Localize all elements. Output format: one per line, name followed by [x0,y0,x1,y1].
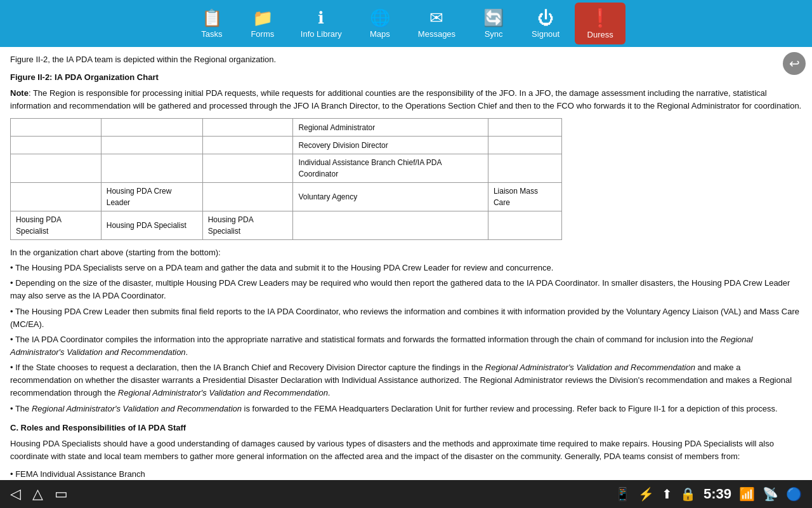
note-paragraph: Note: The Region is responsible for proc… [10,87,802,112]
signal-icon: 📡 [763,486,778,502]
maps-icon: 🌐 [370,8,390,28]
org-table-cell [101,137,202,154]
nav-maps[interactable]: 🌐 Maps [355,3,405,44]
note-label: Note [10,88,29,98]
org-table-cell [11,183,102,211]
content-area[interactable]: Figure II-2, the IA PDA team is depicted… [0,47,812,480]
sync-label: Sync [485,29,503,39]
org-table-cell [293,211,488,240]
main-content: Figure II-2, the IA PDA team is depicted… [0,47,812,480]
nav-signout[interactable]: ⏻ Signout [519,3,572,44]
nav-sync[interactable]: 🔄 Sync [468,3,519,44]
signout-label: Signout [532,29,560,39]
sync-icon: 🔄 [483,8,504,28]
org-table-cell: Housing PDA Specialist [101,211,202,240]
intro-paragraph: Figure II-2, the IA PDA team is depicted… [10,55,276,64]
messages-label: Messages [418,29,455,39]
forms-icon: 📁 [252,8,273,28]
bullet-item: • FEMA Individual Assistance Branch [10,468,802,480]
duress-label: Duress [587,30,613,39]
org-table-cell [202,154,293,183]
signout-icon: ⏻ [537,8,554,28]
org-chart-table: Regional AdministratorRecovery Division … [10,118,562,240]
device-icon: 📱 [615,486,631,502]
nav-forms[interactable]: 📁 Forms [237,3,288,44]
org-table-cell [11,137,102,154]
org-description-paragraph: • If the State chooses to request a decl… [10,361,802,399]
lock-icon: 🔒 [680,486,696,502]
status-nav-buttons: ◁ △ ▭ [10,486,68,502]
org-table-cell [488,119,561,137]
org-table-cell [101,119,202,137]
back-nav-button[interactable]: ◁ [10,486,21,502]
note-body: : The Region is responsible for processi… [10,88,801,110]
section-c-heading: C. Roles and Responsibilities of IA PDA … [10,422,802,434]
info-icon: ℹ [318,8,324,28]
section-c-intro: Housing PDA Specialists should have a go… [10,438,802,463]
intro-text: Figure II-2, the IA PDA team is depicted… [10,53,802,66]
org-table-cell: Liaison Mass Care [488,183,561,211]
org-table-cell: Voluntary Agency [293,183,488,211]
org-description-paragraph: • The Housing PDA Crew Leader then submi… [10,305,802,331]
forms-label: Forms [251,29,274,39]
org-table-cell [11,154,102,183]
org-description-paragraph: • The Regional Administrator's Validatio… [10,403,802,415]
figure-heading: Figure II-2: IA PDA Organization Chart [10,71,802,84]
org-description-paragraph: • The Housing PDA Specialists serve on a… [10,262,802,274]
nav-messages[interactable]: ✉ Messages [405,3,468,44]
back-button[interactable]: ↩ [783,52,806,75]
status-indicators: 📱 ⚡ ⬆ 🔒 5:39 📶 📡 🔵 [615,486,802,502]
org-table-cell [202,119,293,137]
maps-label: Maps [370,29,390,39]
time-display: 5:39 [704,486,731,502]
org-table-cell: Housing PDA Crew Leader [101,183,202,211]
messages-icon: ✉ [429,8,443,28]
home-nav-button[interactable]: △ [32,486,43,502]
bullet-list: • FEMA Individual Assistance Branch• Sta… [10,468,802,480]
org-table-cell [202,137,293,154]
org-table-cell: Housing PDA Specialist [202,211,293,240]
org-description-paragraph: • Depending on the size of the disaster,… [10,277,802,302]
nav-tasks[interactable]: 📋 Tasks [187,3,237,44]
nav-info-library[interactable]: ℹ Info Library [288,3,355,44]
recent-nav-button[interactable]: ▭ [55,486,68,502]
org-table-cell [488,154,561,183]
nav-bar: 📋 Tasks 📁 Forms ℹ Info Library 🌐 Maps ✉ … [0,0,812,47]
org-table-cell [101,154,202,183]
upload-icon: ⬆ [662,486,672,502]
org-table-cell [202,183,293,211]
org-table-cell [11,119,102,137]
bluetooth-icon: 🔵 [786,486,802,502]
org-table-cell: Housing PDA Specialist [11,211,102,240]
tasks-label: Tasks [201,29,222,39]
tasks-icon: 📋 [202,8,222,28]
org-table-cell: Regional Administrator [293,119,488,137]
nav-items: 📋 Tasks 📁 Forms ℹ Info Library 🌐 Maps ✉ … [187,3,625,44]
org-description: In the organization chart above (startin… [10,246,802,415]
duress-icon: ❗ [589,8,612,29]
org-table-cell: Recovery Division Director [293,137,488,154]
org-table-cell: Individual Assistance Branch Chief/IA PD… [293,154,488,183]
back-arrow-icon: ↩ [789,56,800,71]
org-description-paragraph: In the organization chart above (startin… [10,246,802,259]
nav-duress[interactable]: ❗ Duress [575,3,625,44]
info-library-label: Info Library [301,29,342,39]
usb-icon: ⚡ [638,486,654,502]
org-description-paragraph: • The IA PDA Coordinator compiles the in… [10,333,802,359]
status-bar: ◁ △ ▭ 📱 ⚡ ⬆ 🔒 5:39 📶 📡 🔵 [0,480,812,508]
wifi-icon: 📶 [739,486,755,502]
org-table-cell [488,211,561,240]
org-table-cell [488,137,561,154]
